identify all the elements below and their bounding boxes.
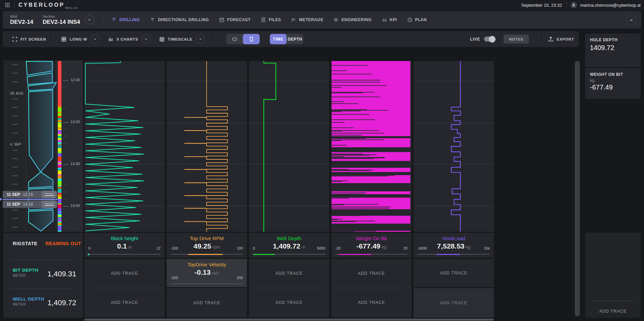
trace-info-hookload[interactable]: HookLoad7,528.53kg-500015k	[414, 233, 494, 258]
chart-plot-block-height[interactable]	[84, 61, 165, 232]
add-trace-button[interactable]: ADD TRACE	[358, 271, 385, 276]
timescale-chevron-down-icon[interactable]	[196, 35, 205, 44]
tab-label: FILES	[269, 17, 281, 22]
time-mode-button[interactable]: TIME	[270, 34, 287, 44]
layout-chevron-down-icon[interactable]	[90, 35, 99, 44]
section-label: Section	[43, 14, 80, 19]
date-axis-tick	[12, 82, 18, 82]
trace-line-weight-on-bit	[331, 61, 412, 232]
add-trace-button[interactable]: ADD TRACE	[440, 271, 467, 275]
marker-line[interactable]	[3, 199, 58, 200]
trace-line-hookload	[414, 61, 494, 232]
user-avatar-icon[interactable]	[570, 2, 577, 8]
export-button[interactable]: EXPORT	[548, 36, 574, 42]
tab-files[interactable]: FILES	[261, 17, 281, 22]
trace-info-well-depth[interactable]: Well Depth1,409.72m05000	[249, 233, 329, 258]
tab-kpi[interactable]: KPI	[382, 17, 397, 22]
trace-unit: m	[302, 245, 305, 250]
trace-range-bar	[188, 254, 223, 255]
well-depth-label: WELL DEPTH	[13, 297, 44, 302]
add-trace-button[interactable]: ADD TRACE	[358, 300, 385, 305]
well-depth-value: 1,409.72	[47, 299, 76, 307]
chart-plot-hookload[interactable]	[414, 61, 494, 232]
trace-title: Weight On Bit	[331, 233, 412, 241]
trace-info-weight-on-bit[interactable]: Weight On Bit-677.49kg-2020	[331, 233, 412, 258]
section-chevron-down-icon[interactable]	[85, 15, 94, 24]
vertical-scrollbar[interactable]	[575, 61, 580, 316]
marker-drag-handle[interactable]	[42, 201, 57, 208]
add-trace-slots: ADD TRACEADD TRACE	[84, 259, 165, 318]
well-selector: Well DEV2-14	[10, 14, 33, 25]
trace-info-top-drive-rpm[interactable]: Top Drive RPM49.25rpm-100100	[167, 233, 247, 258]
add-trace-slot[interactable]: ADD TRACE	[167, 288, 247, 318]
chart-plot-well-depth[interactable]	[249, 61, 329, 232]
tab-forecast[interactable]: FORECAST	[219, 17, 251, 22]
marker-end-row[interactable]: 11 SEP 14:18	[3, 201, 57, 208]
layout-select[interactable]: LONG W	[61, 37, 87, 42]
time-axis-major-tick	[63, 206, 69, 207]
add-trace-slots: ADD TRACEADD TRACE	[331, 259, 412, 318]
live-toggle[interactable]	[484, 37, 495, 42]
add-trace-button[interactable]: ADD TRACE	[111, 300, 138, 305]
timeline-track[interactable]: 28. AUG4. SEP12:3013:0013:3014:00 11 SEP…	[3, 60, 83, 232]
hole-depth-label: HOLE DEPTH	[590, 38, 636, 42]
trace-scale-min: 0	[253, 246, 255, 250]
collapse-panel-button[interactable]	[626, 15, 637, 25]
marker-drag-handle[interactable]	[42, 191, 57, 198]
apps-grid-icon[interactable]	[5, 2, 10, 8]
divider	[11, 260, 76, 260]
trace-info-topdrive-velocity[interactable]: TopDrive Velocity-0.13m/s-200200	[167, 259, 247, 287]
export-icon	[548, 36, 554, 42]
orientation-portrait-button[interactable]	[243, 34, 260, 44]
charts-chevron-down-icon[interactable]	[141, 35, 151, 44]
add-trace-button[interactable]: ADD TRACE	[111, 271, 138, 276]
add-trace-slot[interactable]: ADD TRACE	[414, 259, 494, 287]
marker-start-row[interactable]: 11 SEP 12:15	[3, 191, 57, 198]
notes-button[interactable]: NOTES	[504, 35, 529, 44]
chart-plot-weight-on-bit[interactable]	[331, 61, 412, 232]
tab-directional-drilling[interactable]: DIRECTIONAL DRILLING	[150, 17, 209, 22]
tab-drilling[interactable]: DRILLING	[111, 17, 140, 22]
date-axis-tick	[12, 210, 18, 210]
divider	[335, 288, 407, 288]
add-trace-button[interactable]: ADD TRACE	[275, 271, 303, 276]
bar-chart-icon	[108, 37, 114, 42]
trace-scale-max: 12	[157, 246, 161, 250]
marker-arrow-icon	[0, 197, 2, 201]
add-trace-slot[interactable]: ADD TRACE	[414, 288, 494, 318]
tab-engineering[interactable]: ENGINEERING	[333, 17, 372, 22]
divider	[566, 2, 566, 8]
add-trace-button[interactable]: ADD TRACE	[440, 301, 467, 305]
trace-title: TopDrive Velocity	[167, 259, 247, 267]
depth-mode-button[interactable]: DEPTH	[287, 34, 303, 44]
date-axis-tick	[12, 158, 18, 159]
date-axis-tick	[12, 64, 18, 65]
user-email[interactable]: marina.chernova@cyberloop.ai	[580, 3, 641, 8]
timescale-select[interactable]: TIMESCALE	[159, 37, 192, 42]
rigstate-value: REAMING OUT	[46, 241, 81, 246]
tab-meterage[interactable]: METERAGE	[291, 17, 323, 22]
bit-depth-value: 1,409.31	[47, 270, 76, 278]
trace-scale-max: 15k	[484, 246, 490, 250]
fit-screen-button[interactable]: FIT SCREEN	[12, 37, 46, 42]
tab-label: DRILLING	[119, 17, 140, 22]
time-axis-minor-tick	[63, 157, 67, 157]
section-selector[interactable]: Section DEV2-14 INS4	[43, 14, 80, 25]
time-axis-major-tick	[63, 80, 69, 81]
section-value: DEV2-14 INS4	[43, 19, 80, 25]
date-axis-tick	[12, 150, 18, 151]
marker-start-time: 12:15	[23, 192, 33, 197]
bit-depth-label: BIT DEPTH	[13, 268, 39, 273]
add-trace-button[interactable]: ADD TRACE	[193, 301, 220, 305]
horizontal-scrollbar[interactable]	[84, 319, 494, 321]
trace-scale-line	[88, 254, 161, 255]
add-trace-button[interactable]: ADD TRACE	[275, 300, 303, 305]
charts-count-select[interactable]: 5 CHARTS	[108, 37, 138, 42]
trace-title: Block height	[84, 233, 165, 241]
date-axis-label: 4. SEP	[10, 142, 21, 146]
tab-plan[interactable]: PLAN	[407, 17, 427, 22]
orientation-landscape-button[interactable]	[226, 34, 243, 44]
trace-info-block-height[interactable]: Block height0.1m012	[84, 233, 165, 258]
chart-plot-top-drive-rpm[interactable]	[167, 61, 247, 232]
add-trace-button[interactable]: ADD TRACE	[599, 309, 627, 314]
